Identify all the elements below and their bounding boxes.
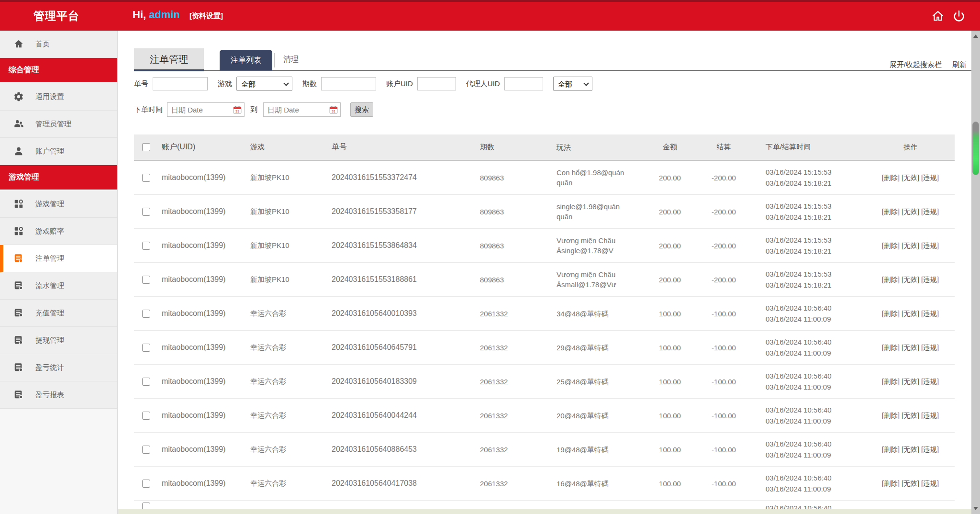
delete-link[interactable]: [删除] (882, 377, 900, 386)
table-row: mitaobocom(1399)新加坡PK1020240316151553188… (134, 263, 955, 297)
delete-link[interactable]: [删除] (882, 309, 900, 318)
row-checkbox[interactable] (142, 503, 150, 509)
filter-row-1: 单号 游戏 全部 期数 账户UID 代理人UID 全部 (134, 77, 962, 91)
greeting-text: Hi, (133, 9, 146, 21)
table-header-row: 账户(UID)游戏单号期数玩法金额结算下单/结算时间操作 (134, 134, 955, 161)
delete-link[interactable]: [删除] (882, 411, 900, 420)
violation-link[interactable]: [违规] (921, 343, 939, 352)
violation-link[interactable]: [违规] (921, 411, 939, 420)
agent-uid-input[interactable] (504, 77, 543, 90)
invalid-link[interactable]: [无效] (902, 309, 919, 318)
violation-link[interactable]: [违规] (921, 309, 939, 318)
row-checkbox[interactable] (142, 242, 150, 250)
sidebar-item-profit-report[interactable]: 盈亏报表 (0, 381, 117, 409)
table-row: mitaobocom(1399)新加坡PK1020240316151553372… (134, 161, 955, 195)
cell-amount: 100.00 (644, 297, 696, 330)
order-no-input[interactable] (153, 77, 208, 90)
sidebar-section-comprehensive-management: 综合管理 (0, 58, 117, 83)
sidebar-item-label: 提现管理 (35, 336, 64, 345)
table-row: mitaobocom(1399)新加坡PK1020240316151553358… (134, 195, 955, 229)
horizontal-scrollbar[interactable] (118, 509, 971, 514)
violation-link[interactable]: [违规] (921, 445, 939, 454)
tab-cleanup[interactable]: 清理 (274, 53, 307, 67)
tab-bet-list[interactable]: 注单列表 (220, 50, 272, 70)
sidebar-item-transaction-management[interactable]: 流水管理 (0, 272, 117, 300)
invalid-link[interactable]: [无效] (902, 479, 919, 488)
violation-link[interactable]: [违规] (921, 275, 939, 284)
row-checkbox-cell (134, 263, 158, 296)
order-settle-times: 03/16/2024 10:56:4003/16/2024 11:00:09 (766, 302, 832, 324)
sidebar-item-withdraw-management[interactable]: 提现管理 (0, 327, 117, 354)
table-row: mitaobocom(1399)新加坡PK1020240316151553864… (134, 229, 955, 263)
delete-link[interactable]: [删除] (882, 479, 900, 488)
delete-link[interactable]: [删除] (882, 207, 900, 216)
cell-issue: 2061332 (476, 467, 553, 500)
invalid-link[interactable]: [无效] (902, 445, 919, 454)
delete-link[interactable]: [删除] (882, 343, 900, 352)
delete-link[interactable]: [删除] (882, 173, 900, 182)
row-checkbox[interactable] (142, 208, 150, 216)
sidebar-item-label: 盈亏报表 (35, 391, 64, 400)
delete-link[interactable]: [删除] (882, 241, 900, 250)
sidebar-item-label: 流水管理 (35, 281, 64, 291)
cell-actions: [删除][无效][违规] (866, 229, 955, 262)
invalid-link[interactable]: [无效] (902, 377, 919, 386)
calendar-icon[interactable]: 31 (233, 105, 242, 114)
invalid-link[interactable]: [无效] (902, 275, 919, 284)
vertical-scrollbar[interactable] (971, 31, 980, 514)
row-checkbox[interactable] (142, 344, 150, 352)
violation-link[interactable]: [违规] (921, 173, 939, 182)
sidebar-item-bet-management[interactable]: 注单管理 (0, 245, 117, 272)
order-settle-times: 03/16/2024 10:56:4003/16/2024 11:00:09 (766, 404, 832, 426)
row-checkbox[interactable] (142, 310, 150, 318)
cell-order (328, 501, 476, 509)
sidebar-item-home[interactable]: 首页 (0, 31, 117, 58)
issue-input[interactable] (321, 77, 376, 90)
row-checkbox[interactable] (142, 480, 150, 488)
invalid-link[interactable]: [无效] (902, 173, 919, 182)
sidebar-item-general-settings[interactable]: 通用设置 (0, 83, 117, 111)
cell-play: 25@48@單特碼 (553, 365, 644, 398)
invalid-link[interactable]: [无效] (902, 241, 919, 250)
sidebar-item-game-management[interactable]: 游戏管理 (0, 190, 117, 218)
cell-account: mitaobocom(1399) (158, 161, 246, 194)
invalid-link[interactable]: [无效] (902, 411, 919, 420)
cell-account: mitaobocom(1399) (158, 229, 246, 262)
select-all-checkbox[interactable] (142, 143, 150, 151)
scroll-up-icon[interactable] (973, 34, 978, 38)
sidebar-item-admin-management[interactable]: 管理员管理 (0, 111, 117, 138)
invalid-link[interactable]: [无效] (902, 207, 919, 216)
account-uid-input[interactable] (417, 77, 456, 90)
row-checkbox[interactable] (142, 276, 150, 284)
delete-link[interactable]: [删除] (882, 445, 900, 454)
row-checkbox[interactable] (142, 174, 150, 182)
violation-link[interactable]: [违规] (921, 479, 939, 488)
delete-link[interactable]: [删除] (882, 275, 900, 284)
sidebar-item-game-odds[interactable]: 游戏赔率 (0, 218, 117, 245)
order-settle-times: 03/16/2024 15:15:5303/16/2024 15:18:21 (766, 201, 832, 223)
cell-time: 03/16/2024 10:56:4003/16/2024 11:00:09 (751, 433, 866, 466)
violation-link[interactable]: [违规] (921, 377, 939, 386)
home-icon[interactable] (931, 10, 945, 23)
cell-game: 新加坡PK10 (246, 195, 328, 228)
sidebar-item-account-management[interactable]: 账户管理 (0, 138, 117, 165)
column-header-account: 账户(UID) (158, 134, 246, 160)
sidebar-item-recharge-management[interactable]: 充值管理 (0, 300, 117, 327)
violation-link[interactable]: [违规] (921, 241, 939, 250)
account-uid-label: 账户UID (386, 79, 413, 89)
row-checkbox[interactable] (142, 378, 150, 386)
search-button[interactable]: 搜索 (350, 102, 373, 117)
cell-account: mitaobocom(1399) (158, 297, 246, 330)
status-select[interactable]: 全部 (553, 77, 592, 91)
row-checkbox[interactable] (142, 412, 150, 420)
invalid-link[interactable]: [无效] (902, 343, 919, 352)
sidebar-item-profit-stats[interactable]: 盈亏统计 (0, 354, 117, 381)
game-select[interactable]: 全部 (236, 77, 292, 91)
scrollbar-thumb[interactable] (972, 122, 979, 175)
calendar-icon[interactable]: 31 (329, 105, 338, 114)
profile-settings-link[interactable]: [资料设置] (189, 11, 223, 20)
violation-link[interactable]: [违规] (921, 207, 939, 216)
power-icon[interactable] (952, 10, 966, 23)
row-checkbox[interactable] (142, 446, 150, 454)
scroll-down-icon[interactable] (973, 507, 978, 510)
